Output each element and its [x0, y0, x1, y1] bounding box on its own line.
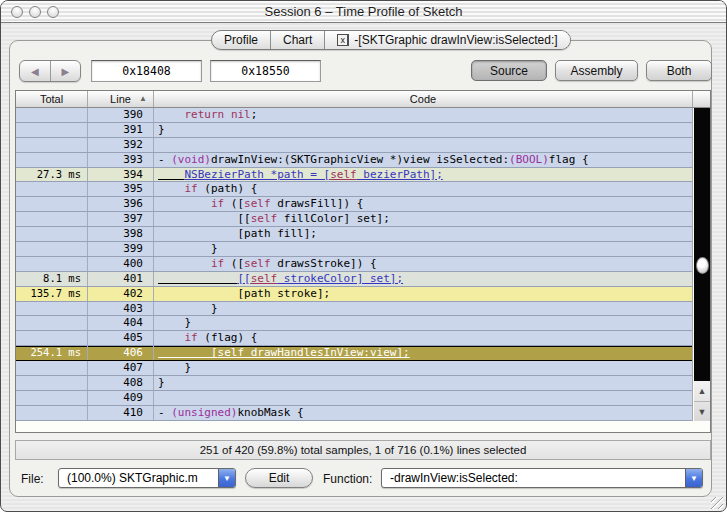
row-code: [[self strokeColor] set]; — [154, 272, 692, 286]
scrollbar-thumb[interactable] — [696, 257, 709, 274]
file-select-arrow-icon[interactable]: ▼ — [218, 469, 235, 487]
back-icon: ◀ — [31, 66, 39, 77]
table-row[interactable]: 400 if ([self drawsStroke]) { — [16, 257, 692, 272]
table-row[interactable]: 405 if (flag) { — [16, 331, 692, 346]
row-line-number: 409 — [88, 391, 154, 405]
table-row[interactable]: 410- (unsigned)knobMask { — [16, 406, 692, 421]
both-button-label: Both — [667, 64, 692, 78]
row-line-number: 398 — [88, 227, 154, 241]
row-code: [path stroke]; — [154, 287, 692, 301]
tab-code-browser[interactable]: x -[SKTGraphic drawInView:isSelected:] — [324, 31, 569, 49]
code-table: Total Line ▲ Code 390 return nil;391}392… — [15, 90, 711, 433]
table-row[interactable]: 390 return nil; — [16, 108, 692, 123]
scrollbar-track[interactable] — [694, 108, 710, 381]
vertical-scrollbar[interactable]: ▲ ▼ — [692, 108, 710, 421]
column-header-total[interactable]: Total — [16, 91, 88, 107]
sort-ascending-icon: ▲ — [139, 94, 147, 103]
row-code: if (path) { — [154, 182, 692, 196]
row-total-time — [16, 197, 88, 211]
close-tab-icon[interactable]: x — [337, 34, 349, 46]
row-total-time — [16, 138, 88, 152]
table-row[interactable]: 395 if (path) { — [16, 182, 692, 197]
table-row[interactable]: 393- (void)drawInView:(SKTGraphicView *)… — [16, 153, 692, 168]
row-total-time — [16, 331, 88, 345]
row-total-time — [16, 153, 88, 167]
both-button[interactable]: Both — [646, 60, 712, 81]
row-code: [path fill]; — [154, 227, 692, 241]
tab-profile[interactable]: Profile — [212, 31, 270, 49]
row-code: if (flag) { — [154, 331, 692, 345]
scroll-up-button[interactable]: ▲ — [694, 381, 710, 401]
row-line-number: 406 — [88, 346, 154, 360]
column-header-spacer — [692, 91, 710, 107]
row-code: - (void)drawInView:(SKTGraphicView *)vie… — [154, 153, 692, 167]
row-total-time — [16, 108, 88, 122]
function-select[interactable]: -drawInView:isSelected: ▼ — [381, 468, 703, 488]
scroll-up-icon: ▲ — [698, 386, 707, 396]
row-line-number: 390 — [88, 108, 154, 122]
scrollbar-arrows: ▲ ▼ — [694, 381, 710, 421]
column-header-code-label: Code — [410, 93, 436, 105]
table-row[interactable]: 8.1 ms401 [[self strokeColor] set]; — [16, 272, 692, 287]
table-row[interactable]: 397 [[self fillColor] set]; — [16, 212, 692, 227]
assembly-button-label: Assembly — [570, 64, 622, 78]
table-row[interactable]: 398 [path fill]; — [16, 227, 692, 242]
table-row[interactable]: 254.1 ms406 [self drawHandlesInView:view… — [16, 346, 692, 361]
title-bar: Session 6 – Time Profile of Sketch — [1, 1, 726, 23]
edit-button[interactable]: Edit — [245, 468, 313, 488]
resize-grip[interactable] — [711, 497, 723, 509]
table-row[interactable]: 27.3 ms394 NSBezierPath *path = [self be… — [16, 168, 692, 183]
row-code: } — [154, 242, 692, 256]
table-row[interactable]: 403 } — [16, 302, 692, 317]
assembly-button[interactable]: Assembly — [555, 60, 638, 81]
table-row[interactable]: 392 — [16, 138, 692, 153]
row-code: } — [154, 316, 692, 330]
row-total-time — [16, 361, 88, 375]
row-code: [self drawHandlesInView:view]; — [154, 346, 692, 360]
function-select-value: -drawInView:isSelected: — [382, 471, 685, 485]
row-total-time — [16, 257, 88, 271]
row-code — [154, 138, 692, 152]
table-header: Total Line ▲ Code — [16, 91, 710, 108]
row-total-time — [16, 242, 88, 256]
column-header-line[interactable]: Line ▲ — [88, 91, 154, 107]
row-code: [[self fillColor] set]; — [154, 212, 692, 226]
column-header-total-label: Total — [40, 93, 63, 105]
file-select[interactable]: (100.0%) SKTGraphic.m ▼ — [58, 468, 236, 488]
row-total-time — [16, 302, 88, 316]
row-total-time: 254.1 ms — [16, 346, 88, 360]
row-total-time — [16, 227, 88, 241]
function-select-arrow-icon[interactable]: ▼ — [685, 469, 702, 487]
table-row[interactable]: 409 — [16, 391, 692, 406]
source-button-label: Source — [490, 64, 528, 78]
source-button[interactable]: Source — [471, 60, 547, 81]
table-row[interactable]: 135.7 ms402 [path stroke]; — [16, 287, 692, 302]
row-line-number: 396 — [88, 197, 154, 211]
address-end-field[interactable] — [210, 60, 321, 82]
scroll-down-button[interactable]: ▼ — [694, 401, 710, 421]
forward-button[interactable]: ▶ — [51, 61, 81, 81]
table-row[interactable]: 399 } — [16, 242, 692, 257]
row-line-number: 404 — [88, 316, 154, 330]
view-tab-bar: Profile Chart x -[SKTGraphic drawInView:… — [211, 30, 571, 50]
table-row[interactable]: 404 } — [16, 316, 692, 331]
table-row[interactable]: 396 if ([self drawsFill]) { — [16, 197, 692, 212]
row-line-number: 400 — [88, 257, 154, 271]
file-label: File: — [21, 472, 44, 486]
address-start-field[interactable] — [91, 60, 202, 82]
table-row[interactable]: 391} — [16, 123, 692, 138]
code-rows: 390 return nil;391}392393- (void)drawInV… — [16, 108, 692, 421]
back-button[interactable]: ◀ — [20, 61, 51, 81]
edit-button-label: Edit — [269, 471, 290, 485]
row-line-number: 408 — [88, 376, 154, 390]
row-line-number: 394 — [88, 168, 154, 182]
table-row[interactable]: 408} — [16, 376, 692, 391]
tab-chart[interactable]: Chart — [270, 31, 324, 49]
column-header-code[interactable]: Code — [154, 91, 692, 107]
row-line-number: 399 — [88, 242, 154, 256]
row-code: } — [154, 302, 692, 316]
row-total-time: 8.1 ms — [16, 272, 88, 286]
table-row[interactable]: 407 } — [16, 361, 692, 376]
file-select-value: (100.0%) SKTGraphic.m — [59, 471, 218, 485]
row-total-time — [16, 123, 88, 137]
